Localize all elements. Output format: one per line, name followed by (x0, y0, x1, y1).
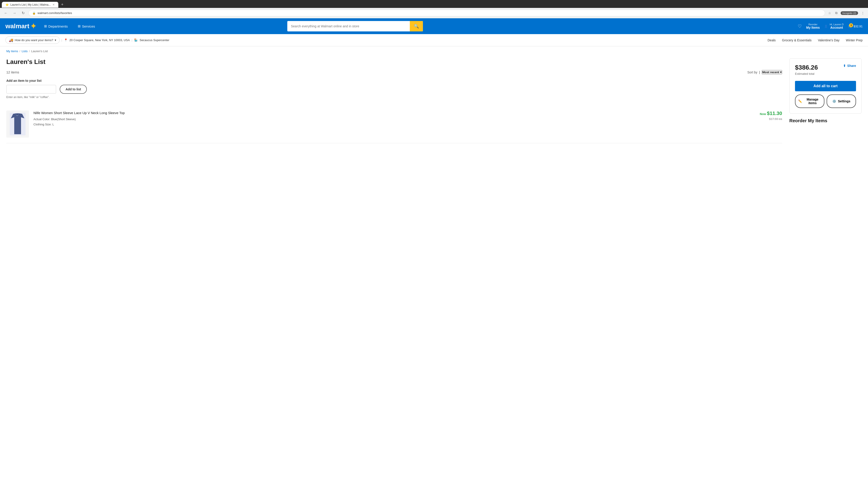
deals-link[interactable]: Deals (768, 38, 776, 42)
tab-favicon: ⭐ (5, 3, 8, 6)
content-sidebar: $386.26 Estimated total ⬆ Share Add all … (789, 56, 862, 143)
back-button[interactable]: ← (3, 10, 9, 16)
add-to-list-button[interactable]: Add to list (60, 85, 87, 94)
price-card: $386.26 Estimated total ⬆ Share Add all … (789, 58, 862, 113)
incognito-badge: Incognito (2) (841, 11, 858, 15)
browser-action-buttons: ☆ ⧉ Incognito (2) ⋮ (827, 10, 865, 16)
heart-wishlist-button[interactable]: ♡ (798, 24, 802, 29)
breadcrumb-current: Lauren's List (31, 50, 48, 53)
gear-icon: ⚙️ (832, 99, 836, 103)
url-bar[interactable]: 🔒 walmart.com/lists/favorites (29, 10, 825, 16)
sub-nav-links: Deals Grocery & Essentials Valentine's D… (768, 38, 863, 42)
store-icon: 🏪 (134, 38, 138, 42)
share-icon: ⬆ (843, 64, 846, 68)
estimated-label: Estimated total (795, 72, 818, 75)
sub-nav: 🚚 How do you want your items? ▾ | 📍 20 C… (0, 34, 868, 46)
reorder-label: Reorder (806, 23, 820, 26)
breadcrumb-my-items[interactable]: My items (6, 50, 18, 53)
menu-button[interactable]: ⋮ (860, 10, 865, 16)
my-items-label: My Items (806, 26, 820, 29)
split-screen-button[interactable]: ⧉ (834, 10, 838, 16)
delivery-icon: 🚚 (9, 38, 13, 42)
account-icon: 👤 (824, 25, 828, 28)
product-name[interactable]: Nlife Women Short Sleeve Lace Up V Neck … (33, 110, 746, 115)
settings-button[interactable]: ⚙️ Settings (827, 94, 856, 108)
delivery-option-button[interactable]: 🚚 How do you want your items? ▾ (5, 36, 60, 44)
add-item-row: Add to list (6, 85, 782, 94)
pipe-divider: | (61, 38, 62, 42)
search-bar: 🔍 (287, 21, 423, 31)
cart-icon-wrap: 🛒 3 (848, 25, 852, 28)
winter-prep-link[interactable]: Winter Prep (846, 38, 863, 42)
price-was: $17.66 ea (750, 117, 782, 121)
card-actions: ✏️ Manage items ⚙️ Settings (795, 94, 856, 108)
cart-price: $32.91 (854, 25, 863, 28)
header-actions: ♡ Reorder My Items 👤 Hi, Lauren D Accoun… (798, 23, 863, 29)
price-now: $11.30 (767, 110, 782, 116)
product-color: Actual Color: Blue(Short Sleeve) (33, 117, 746, 122)
bookmark-button[interactable]: ☆ (827, 10, 832, 16)
sort-value-text: Most recent (762, 70, 779, 74)
spark-icon: ✦ (30, 22, 36, 31)
share-label: Share (847, 64, 856, 68)
chevron-down-icon: ▾ (55, 38, 56, 42)
add-all-to-cart-button[interactable]: Add all to cart (795, 81, 856, 91)
delivery-label: How do you want your items? (15, 38, 53, 42)
cart-button[interactable]: 🛒 3 $32.91 (848, 25, 863, 28)
breadcrumb-lists[interactable]: Lists (22, 50, 28, 53)
product-list-item: Nlife Women Short Sleeve Lace Up V Neck … (6, 105, 782, 143)
tab-close-btn[interactable]: ✕ (53, 3, 55, 6)
add-item-hint: Enter an item, like "milk" or "coffee". (6, 96, 782, 99)
add-item-input[interactable] (6, 85, 56, 94)
account-button[interactable]: 👤 Hi, Lauren D Account (824, 23, 844, 29)
reorder-section: Reorder My Items (789, 118, 862, 123)
walmart-logo[interactable]: walmart ✦ (5, 22, 36, 31)
sub-nav-left: 🚚 How do you want your items? ▾ | 📍 20 C… (5, 36, 169, 44)
page-title: Lauren's List (6, 56, 782, 66)
new-tab-button[interactable]: + (59, 1, 65, 8)
edit-icon: ✏️ (798, 99, 802, 103)
product-price: Now $11.30 $17.66 ea (750, 110, 782, 121)
heart-icon: ♡ (798, 24, 802, 29)
price-now-label: Now (760, 112, 766, 116)
browser-controls: ← → ↻ 🔒 walmart.com/lists/favorites ☆ ⧉ … (0, 8, 868, 18)
reload-button[interactable]: ↻ (20, 10, 26, 16)
product-size: Clothing Size: L (33, 122, 746, 127)
pipe-divider-2: | (131, 38, 132, 42)
logo-text: walmart (5, 23, 29, 30)
price-now-row: Now $11.30 (750, 110, 782, 116)
breadcrumb: My items / Lists / Lauren's List (0, 46, 868, 56)
search-input[interactable] (287, 22, 410, 31)
main-content: Lauren's List 12 items Sort by | Most re… (0, 56, 868, 152)
services-icon: ⊞ (78, 24, 81, 28)
add-item-section: Add an item to your list Add to list Ent… (6, 79, 782, 99)
reorder-title: Reorder My Items (789, 118, 862, 123)
tab-bar: ⭐ Lauren's List | My Lists | Walma... ✕ … (0, 0, 868, 8)
departments-label: Departments (49, 24, 68, 28)
reorder-my-items-button[interactable]: Reorder My Items (806, 23, 820, 29)
cart-badge: 3 (849, 23, 853, 27)
url-text: walmart.com/lists/favorites (37, 11, 821, 15)
site-header: walmart ✦ ⊞ Departments ⊞ Services 🔍 ♡ R… (0, 18, 868, 34)
share-button[interactable]: ⬆ Share (843, 64, 856, 68)
search-button[interactable]: 🔍 (410, 21, 423, 31)
grocery-essentials-link[interactable]: Grocery & Essentials (782, 38, 812, 42)
services-button[interactable]: ⊞ Services (75, 23, 97, 30)
price-info: $386.26 Estimated total (795, 64, 818, 80)
location-pin-icon: 📍 (64, 38, 68, 42)
active-tab[interactable]: ⭐ Lauren's List | My Lists | Walma... ✕ (2, 2, 58, 8)
manage-items-button[interactable]: ✏️ Manage items (795, 94, 825, 108)
forward-button[interactable]: → (11, 10, 18, 16)
estimated-total: $386.26 (795, 64, 818, 71)
location-label: 20 Cooper Square, New York, NY 10003, US… (69, 38, 130, 42)
sort-dropdown[interactable]: Most recent ▾ (762, 70, 782, 74)
sort-label: Sort by (747, 70, 757, 74)
breadcrumb-sep-2: / (29, 50, 30, 53)
sort-pipe: | (759, 70, 760, 74)
departments-grid-icon: ⊞ (44, 24, 47, 28)
valentines-day-link[interactable]: Valentine's Day (818, 38, 839, 42)
item-count: 12 items (6, 70, 19, 74)
sort-control: Sort by | Most recent ▾ (747, 70, 782, 74)
hi-label: Hi, Lauren D (830, 23, 844, 26)
departments-button[interactable]: ⊞ Departments (42, 23, 70, 30)
